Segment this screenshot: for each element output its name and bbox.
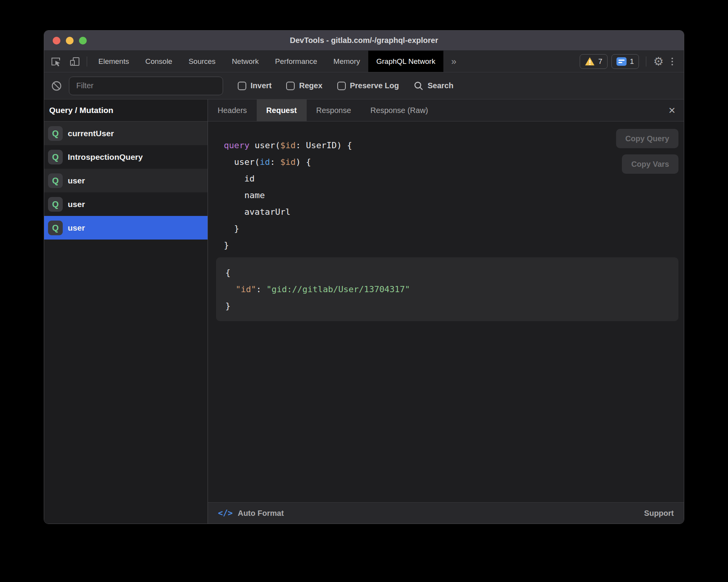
regex-label: Regex: [299, 81, 322, 90]
list-item-label: user: [68, 223, 85, 233]
auto-format-button[interactable]: Auto Format: [238, 509, 284, 518]
preserve-log-label: Preserve Log: [350, 81, 399, 90]
kebab-menu-icon[interactable]: [668, 55, 677, 68]
main-tab-bar: Elements Console Sources Network Perform…: [44, 51, 684, 72]
device-toolbar-icon[interactable]: [68, 55, 81, 68]
list-item-user-3-selected[interactable]: Q user: [44, 216, 208, 240]
list-item-user-2[interactable]: Q user: [44, 192, 208, 216]
copy-query-button[interactable]: Copy Query: [616, 129, 678, 148]
list-item-label: IntrospectionQuery: [68, 152, 143, 162]
query-type-badge: Q: [48, 197, 63, 212]
regex-checkbox-group[interactable]: Regex: [286, 81, 322, 90]
search-icon: [414, 81, 424, 91]
inspect-element-icon[interactable]: [50, 55, 63, 68]
issues-icon: [616, 57, 627, 66]
tab-sources[interactable]: Sources: [180, 51, 224, 72]
settings-gear-icon[interactable]: ⚙: [653, 56, 664, 67]
filter-bar: Invert Regex Preserve Log Search: [44, 72, 684, 99]
regex-checkbox[interactable]: [286, 82, 295, 90]
window-title: DevTools - gitlab.com/-/graphql-explorer: [290, 36, 438, 45]
issues-badge[interactable]: 1: [611, 54, 639, 69]
tab-headers[interactable]: Headers: [208, 99, 257, 121]
toolbar-right: 7 1 ⚙: [580, 51, 684, 72]
query-list-panel: Query / Mutation Q currentUser Q Introsp…: [44, 99, 208, 524]
copy-vars-button[interactable]: Copy Vars: [622, 154, 678, 174]
tab-elements[interactable]: Elements: [90, 51, 137, 72]
list-item-label: user: [68, 200, 85, 209]
detail-tab-bar: Headers Request Response Response (Raw) …: [208, 99, 684, 122]
query-type-badge: Q: [48, 150, 63, 164]
query-list-header: Query / Mutation: [44, 99, 208, 122]
zoom-window-button[interactable]: [79, 37, 87, 45]
devtools-window: DevTools - gitlab.com/-/graphql-explorer…: [44, 30, 684, 524]
more-tabs-chevron-icon[interactable]: »: [443, 51, 464, 72]
warning-count: 7: [598, 57, 603, 66]
list-item-label: currentUser: [68, 129, 114, 138]
list-item-label: user: [68, 176, 85, 185]
list-item-user-1[interactable]: Q user: [44, 169, 208, 192]
tab-network[interactable]: Network: [224, 51, 267, 72]
list-item-introspectionQuery[interactable]: Q IntrospectionQuery: [44, 145, 208, 169]
invert-checkbox[interactable]: [238, 82, 246, 90]
toolbar-icons: [44, 51, 84, 72]
traffic-lights: [53, 31, 87, 50]
tab-response[interactable]: Response: [307, 99, 361, 121]
detail-panel: Headers Request Response Response (Raw) …: [208, 99, 684, 524]
support-link[interactable]: Support: [644, 509, 674, 518]
request-query-code: query user($id: UserID) { user(id: $id) …: [208, 122, 684, 253]
preserve-log-checkbox-group[interactable]: Preserve Log: [337, 81, 399, 90]
tab-console[interactable]: Console: [137, 51, 180, 72]
warning-icon: [585, 57, 595, 66]
title-bar: DevTools - gitlab.com/-/graphql-explorer: [44, 31, 684, 51]
query-type-badge: Q: [48, 221, 63, 235]
query-list-empty-space: [44, 240, 208, 524]
minimize-window-button[interactable]: [66, 37, 74, 45]
query-type-badge: Q: [48, 173, 63, 188]
request-variables-code: { "id": "gid://gitlab/User/13704317"}: [216, 257, 678, 321]
tab-request[interactable]: Request: [257, 99, 307, 121]
query-type-badge: Q: [48, 126, 63, 141]
code-brackets-icon: </>: [218, 508, 233, 518]
invert-checkbox-group[interactable]: Invert: [238, 81, 271, 90]
tab-response-raw[interactable]: Response (Raw): [361, 99, 438, 121]
toolbar-separator: [87, 56, 87, 67]
content-area: Query / Mutation Q currentUser Q Introsp…: [44, 99, 684, 524]
tab-performance[interactable]: Performance: [267, 51, 325, 72]
request-body: Copy Query Copy Vars query user($id: Use…: [208, 122, 684, 502]
warnings-badge[interactable]: 7: [580, 54, 608, 69]
copy-buttons: Copy Query Copy Vars: [616, 129, 678, 174]
list-item-currentUser[interactable]: Q currentUser: [44, 122, 208, 145]
invert-label: Invert: [251, 81, 271, 90]
search-label: Search: [428, 81, 453, 90]
detail-footer: </> Auto Format Support: [208, 502, 684, 524]
toolbar-separator: [646, 56, 646, 67]
search-control[interactable]: Search: [414, 81, 453, 91]
block-requests-icon[interactable]: [51, 80, 62, 91]
close-detail-icon[interactable]: ×: [660, 104, 684, 116]
preserve-log-checkbox[interactable]: [337, 82, 346, 90]
tab-graphql-network[interactable]: GraphQL Network: [368, 51, 443, 72]
tab-memory[interactable]: Memory: [325, 51, 368, 72]
close-window-button[interactable]: [53, 37, 60, 45]
filter-input[interactable]: [69, 77, 223, 95]
issues-count: 1: [630, 57, 634, 66]
